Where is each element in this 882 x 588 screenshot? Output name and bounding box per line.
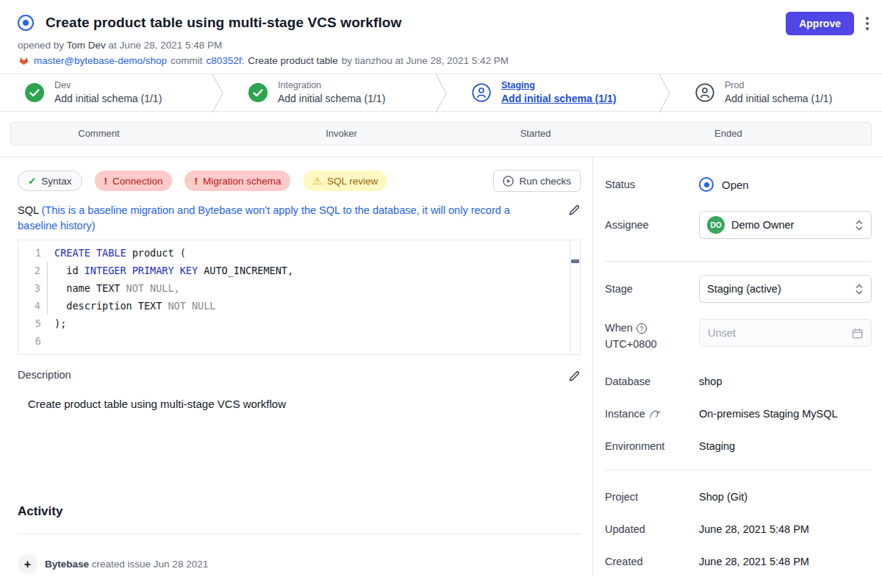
mysql-engine-icon [649, 409, 660, 419]
plus-icon: + [18, 554, 37, 574]
line-number: 1 [18, 244, 48, 262]
approve-button[interactable]: Approve [786, 12, 854, 35]
sidebar-divider [605, 470, 872, 470]
editor-scrollbar-thumb[interactable] [571, 259, 579, 263]
assignee-label: Assignee [605, 219, 699, 231]
environment-value: Staging [699, 440, 872, 452]
kebab-menu-icon[interactable] [864, 14, 870, 33]
line-number: 2 [18, 262, 48, 279]
issue-main-content: ✓ Syntax ! Connection ! Migration schema… [0, 157, 592, 576]
line-number: 6 [18, 332, 48, 350]
stage-select-label: Stage [605, 283, 699, 295]
check-error-icon: ! [104, 176, 108, 187]
code-line: 4 description TEXT NOT NULL [18, 297, 580, 315]
stage-done-icon [248, 83, 268, 102]
code-line: 3 name TEXT NOT NULL, [18, 279, 580, 297]
created-value: June 28, 2021 5:48 PM [699, 556, 872, 567]
opened-by-suffix: at June 28, 2021 5:48 PM [109, 40, 223, 51]
sql-code-editor[interactable]: 1 CREATE TABLE product ( 2 id INTEGER PR… [18, 240, 581, 355]
column-header-ended: Ended [714, 128, 742, 139]
bytebase-issue-page: Create product table using multi-stage V… [0, 0, 882, 588]
task-run-table: Comment Invoker Started Ended [10, 122, 872, 146]
sidebar-divider [605, 261, 872, 262]
check-badge-migration-schema[interactable]: ! Migration schema [184, 171, 290, 191]
description-label: Description [18, 369, 71, 381]
pipeline-stage-staging[interactable]: Staging Add initial schema (1/1) [447, 74, 659, 111]
stage-task-link[interactable]: Add initial schema (1/1) [501, 93, 616, 106]
commit-hash-link[interactable]: c80352f: [207, 55, 245, 66]
code-line: 1 CREATE TABLE product ( [18, 244, 580, 262]
assignee-name: Demo Owner [731, 219, 794, 231]
activity-heading: Activity [18, 504, 581, 519]
line-number: 3 [18, 279, 48, 297]
task-run-table-header: Comment Invoker Started Ended [11, 123, 871, 145]
stage-name: Dev [54, 80, 162, 92]
description-section-header: Description [18, 369, 581, 383]
sql-label: SQL [18, 204, 38, 216]
header-actions: Approve [786, 12, 870, 35]
sql-section-header: SQL (This is a baseline migration and By… [18, 203, 581, 234]
stage-task-link[interactable]: Add initial schema (1/1) [278, 93, 385, 106]
activity-action-text: created issue Jun 28 2021 [92, 559, 208, 570]
project-value: Shop (Git) [699, 491, 872, 503]
check-error-icon: ! [194, 176, 198, 187]
gitlab-icon [18, 54, 30, 66]
line-number: 4 [18, 297, 48, 315]
when-placeholder: Unset [708, 327, 736, 339]
stage-select-value: Staging (active) [707, 283, 781, 295]
stage-pipeline: Dev Add initial schema (1/1) Integration… [0, 74, 882, 112]
stage-separator-icon [435, 74, 447, 112]
instance-label: Instance [605, 408, 645, 420]
activity-divider [18, 534, 581, 534]
stage-select[interactable]: Staging (active) [699, 275, 872, 303]
opened-by-line: opened by Tom Dev at June 28, 2021 5:48 … [18, 40, 864, 54]
pipeline-stage-prod[interactable]: Prod Add initial schema (1/1) [670, 74, 882, 111]
title-row: Create product table using multi-stage V… [18, 10, 864, 35]
sql-baseline-note: (This is a baseline migration and Byteba… [18, 204, 510, 232]
editor-scrollbar[interactable] [570, 240, 580, 354]
run-checks-button[interactable]: Run checks [493, 170, 581, 192]
description-text: Create product table using multi-stage V… [28, 398, 581, 410]
chevron-up-down-icon [855, 283, 864, 295]
warning-triangle-icon: ⚠ [312, 175, 322, 187]
check-badge-syntax[interactable]: ✓ Syntax [18, 171, 82, 191]
assignee-avatar: DO [707, 216, 725, 234]
commit-meta: by tianzhou at June 28, 2021 5:42 PM [342, 55, 509, 66]
check-badge-connection[interactable]: ! Connection [95, 171, 173, 191]
when-label: When [605, 322, 633, 334]
stage-name: Integration [278, 80, 385, 92]
stage-pending-assignee-icon [472, 83, 491, 102]
code-line: 5 ); [18, 315, 580, 332]
status-label: Status [605, 179, 699, 190]
check-badge-sql-review[interactable]: ⚠ SQL review [303, 171, 387, 191]
commit-word: commit [171, 55, 203, 66]
stage-separator-icon [659, 74, 670, 112]
stage-task-link[interactable]: Add initial schema (1/1) [54, 93, 162, 106]
vcs-branch-link[interactable]: master@bytebase-demo/shop [34, 55, 167, 66]
code-line: 6 [18, 332, 580, 350]
when-timezone: UTC+0800 [605, 337, 699, 351]
line-number: 5 [18, 315, 48, 332]
opened-by-prefix: opened by [18, 40, 64, 51]
issue-open-icon [699, 177, 714, 192]
issue-open-icon [18, 15, 34, 31]
edit-sql-pencil-icon[interactable] [568, 204, 581, 217]
pipeline-stage-dev[interactable]: Dev Add initial schema (1/1) [0, 74, 212, 111]
when-datetime-input[interactable]: Unset [699, 319, 872, 347]
help-icon[interactable]: ? [637, 323, 647, 334]
stage-task-link[interactable]: Add initial schema (1/1) [725, 93, 832, 106]
project-label: Project [605, 491, 699, 503]
stage-name: Staging [501, 80, 616, 92]
assignee-select[interactable]: DO Demo Owner [699, 211, 872, 239]
created-label: Created [605, 556, 699, 567]
stage-pending-assignee-icon [695, 83, 714, 102]
pipeline-stage-integration[interactable]: Integration Add initial schema (1/1) [223, 74, 435, 111]
column-header-comment: Comment [78, 128, 119, 139]
updated-value: June 28, 2021 5:48 PM [699, 523, 872, 535]
column-header-invoker: Invoker [326, 128, 357, 139]
column-header-started: Started [520, 128, 551, 139]
edit-description-pencil-icon[interactable] [568, 370, 581, 383]
updated-label: Updated [605, 523, 699, 535]
page-title: Create product table using multi-stage V… [46, 15, 401, 31]
issue-header: Create product table using multi-stage V… [0, 0, 882, 74]
